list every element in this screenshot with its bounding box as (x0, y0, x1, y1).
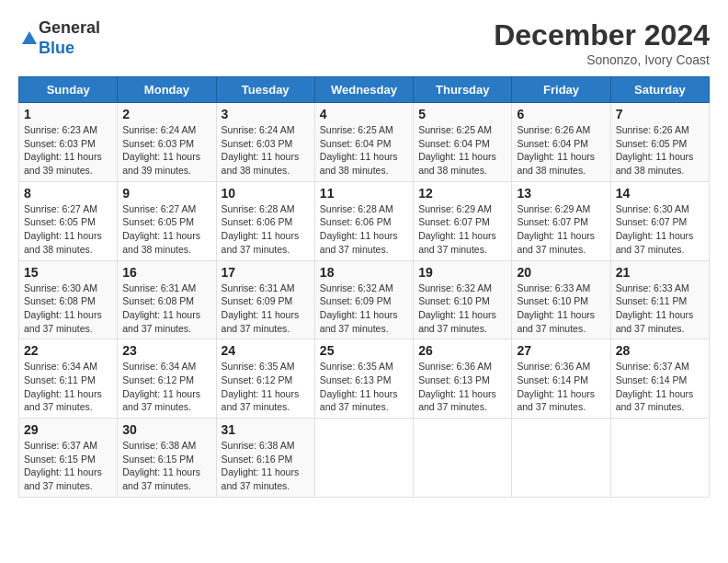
day-number: 4 (320, 107, 408, 121)
calendar-day-cell: 28 Sunrise: 6:37 AMSunset: 6:14 PMDaylig… (610, 339, 709, 419)
day-number: 27 (517, 343, 605, 358)
calendar-day-cell: 12 Sunrise: 6:29 AMSunset: 6:07 PMDaylig… (414, 181, 512, 260)
day-number: 16 (122, 265, 210, 280)
day-number: 22 (24, 343, 112, 358)
day-number: 1 (24, 107, 112, 121)
logo-general: General (39, 18, 100, 37)
day-number: 21 (616, 265, 704, 280)
calendar-day-cell: 25 Sunrise: 6:35 AMSunset: 6:13 PMDaylig… (314, 339, 413, 419)
calendar-day-cell: 21 Sunrise: 6:33 AMSunset: 6:11 PMDaylig… (610, 260, 709, 339)
svg-marker-0 (22, 31, 37, 44)
calendar-day-cell: 27 Sunrise: 6:36 AMSunset: 6:14 PMDaylig… (512, 339, 610, 419)
day-number: 29 (24, 422, 112, 437)
day-info: Sunrise: 6:29 AMSunset: 6:07 PMDaylight:… (418, 203, 496, 255)
day-info: Sunrise: 6:23 AMSunset: 6:03 PMDaylight:… (24, 124, 102, 176)
day-number: 25 (320, 343, 408, 358)
day-info: Sunrise: 6:26 AMSunset: 6:04 PMDaylight:… (517, 124, 595, 176)
calendar-subtitle: Sononzo, Ivory Coast (494, 52, 710, 67)
calendar-week-row: 1 Sunrise: 6:23 AMSunset: 6:03 PMDayligh… (19, 103, 710, 182)
calendar-day-cell: 29 Sunrise: 6:37 AMSunset: 6:15 PMDaylig… (19, 419, 118, 498)
calendar-day-cell: 19 Sunrise: 6:32 AMSunset: 6:10 PMDaylig… (414, 260, 512, 339)
calendar-week-row: 15 Sunrise: 6:30 AMSunset: 6:08 PMDaylig… (19, 260, 710, 339)
day-info: Sunrise: 6:36 AMSunset: 6:14 PMDaylight:… (517, 361, 595, 412)
calendar-day-cell: 31 Sunrise: 6:38 AMSunset: 6:16 PMDaylig… (216, 419, 314, 498)
day-number: 24 (222, 343, 310, 358)
calendar-day-cell (414, 419, 512, 498)
calendar-day-cell: 15 Sunrise: 6:30 AMSunset: 6:08 PMDaylig… (19, 260, 118, 339)
day-info: Sunrise: 6:24 AMSunset: 6:03 PMDaylight:… (122, 124, 200, 176)
calendar-day-cell: 11 Sunrise: 6:28 AMSunset: 6:06 PMDaylig… (314, 181, 413, 260)
day-number: 12 (418, 186, 506, 201)
calendar-day-cell: 9 Sunrise: 6:27 AMSunset: 6:05 PMDayligh… (118, 181, 216, 260)
calendar-day-cell: 14 Sunrise: 6:30 AMSunset: 6:07 PMDaylig… (610, 181, 709, 260)
day-number: 6 (517, 107, 605, 121)
day-info: Sunrise: 6:27 AMSunset: 6:05 PMDaylight:… (24, 203, 102, 255)
day-info: Sunrise: 6:34 AMSunset: 6:12 PMDaylight:… (122, 361, 200, 412)
day-number: 5 (418, 107, 506, 121)
day-number: 10 (222, 186, 310, 201)
calendar-day-cell: 16 Sunrise: 6:31 AMSunset: 6:08 PMDaylig… (118, 260, 216, 339)
day-number: 3 (222, 107, 310, 121)
col-saturday: Saturday (610, 77, 709, 103)
day-info: Sunrise: 6:28 AMSunset: 6:06 PMDaylight:… (222, 203, 300, 255)
day-info: Sunrise: 6:26 AMSunset: 6:05 PMDaylight:… (616, 124, 694, 176)
calendar-day-cell: 4 Sunrise: 6:25 AMSunset: 6:04 PMDayligh… (314, 103, 413, 182)
calendar-day-cell: 30 Sunrise: 6:38 AMSunset: 6:15 PMDaylig… (118, 419, 216, 498)
day-info: Sunrise: 6:35 AMSunset: 6:12 PMDaylight:… (222, 361, 300, 412)
day-info: Sunrise: 6:37 AMSunset: 6:15 PMDaylight:… (24, 440, 102, 491)
calendar-day-cell: 7 Sunrise: 6:26 AMSunset: 6:05 PMDayligh… (610, 103, 709, 182)
day-number: 19 (418, 265, 506, 280)
day-info: Sunrise: 6:38 AMSunset: 6:16 PMDaylight:… (222, 440, 300, 491)
calendar-day-cell: 23 Sunrise: 6:34 AMSunset: 6:12 PMDaylig… (118, 339, 216, 419)
calendar-day-cell: 1 Sunrise: 6:23 AMSunset: 6:03 PMDayligh… (19, 103, 118, 182)
col-monday: Monday (118, 77, 216, 103)
logo: General Blue (18, 18, 100, 58)
calendar-day-cell: 8 Sunrise: 6:27 AMSunset: 6:05 PMDayligh… (19, 181, 118, 260)
calendar-day-cell: 5 Sunrise: 6:25 AMSunset: 6:04 PMDayligh… (414, 103, 512, 182)
col-tuesday: Tuesday (216, 77, 314, 103)
calendar-title: December 2024 (494, 18, 710, 52)
day-number: 26 (418, 343, 506, 358)
calendar-day-cell (314, 419, 413, 498)
title-area: December 2024 Sononzo, Ivory Coast (494, 18, 710, 67)
day-info: Sunrise: 6:31 AMSunset: 6:09 PMDaylight:… (222, 282, 300, 334)
header: General Blue December 2024 Sononzo, Ivor… (18, 18, 710, 67)
calendar-day-cell: 2 Sunrise: 6:24 AMSunset: 6:03 PMDayligh… (118, 103, 216, 182)
day-info: Sunrise: 6:28 AMSunset: 6:06 PMDaylight:… (320, 203, 398, 255)
day-number: 8 (24, 186, 112, 201)
day-number: 23 (122, 343, 210, 358)
day-info: Sunrise: 6:33 AMSunset: 6:10 PMDaylight:… (517, 282, 595, 334)
calendar-table: Sunday Monday Tuesday Wednesday Thursday… (18, 76, 710, 498)
day-info: Sunrise: 6:30 AMSunset: 6:07 PMDaylight:… (616, 203, 694, 255)
day-info: Sunrise: 6:29 AMSunset: 6:07 PMDaylight:… (517, 203, 595, 255)
calendar-week-row: 22 Sunrise: 6:34 AMSunset: 6:11 PMDaylig… (19, 339, 710, 419)
day-info: Sunrise: 6:25 AMSunset: 6:04 PMDaylight:… (320, 124, 398, 176)
logo-text: General Blue (39, 18, 100, 58)
col-wednesday: Wednesday (314, 77, 413, 103)
day-number: 31 (222, 422, 310, 437)
calendar-day-cell: 20 Sunrise: 6:33 AMSunset: 6:10 PMDaylig… (512, 260, 610, 339)
day-info: Sunrise: 6:24 AMSunset: 6:03 PMDaylight:… (222, 124, 300, 176)
col-thursday: Thursday (414, 77, 512, 103)
calendar-header-row: Sunday Monday Tuesday Wednesday Thursday… (19, 77, 710, 103)
day-info: Sunrise: 6:27 AMSunset: 6:05 PMDaylight:… (122, 203, 200, 255)
calendar-day-cell: 13 Sunrise: 6:29 AMSunset: 6:07 PMDaylig… (512, 181, 610, 260)
day-number: 13 (517, 186, 605, 201)
day-info: Sunrise: 6:37 AMSunset: 6:14 PMDaylight:… (616, 361, 694, 412)
day-info: Sunrise: 6:32 AMSunset: 6:10 PMDaylight:… (418, 282, 496, 334)
day-number: 7 (616, 107, 704, 121)
calendar-day-cell: 26 Sunrise: 6:36 AMSunset: 6:13 PMDaylig… (414, 339, 512, 419)
calendar-week-row: 8 Sunrise: 6:27 AMSunset: 6:05 PMDayligh… (19, 181, 710, 260)
col-sunday: Sunday (19, 77, 118, 103)
day-number: 11 (320, 186, 408, 201)
day-number: 30 (122, 422, 210, 437)
calendar-day-cell: 18 Sunrise: 6:32 AMSunset: 6:09 PMDaylig… (314, 260, 413, 339)
day-number: 17 (222, 265, 310, 280)
logo-icon (20, 29, 39, 48)
day-number: 15 (24, 265, 112, 280)
calendar-day-cell (610, 419, 709, 498)
day-info: Sunrise: 6:30 AMSunset: 6:08 PMDaylight:… (24, 282, 102, 334)
day-info: Sunrise: 6:33 AMSunset: 6:11 PMDaylight:… (616, 282, 694, 334)
day-info: Sunrise: 6:38 AMSunset: 6:15 PMDaylight:… (122, 440, 200, 491)
calendar-day-cell: 10 Sunrise: 6:28 AMSunset: 6:06 PMDaylig… (216, 181, 314, 260)
